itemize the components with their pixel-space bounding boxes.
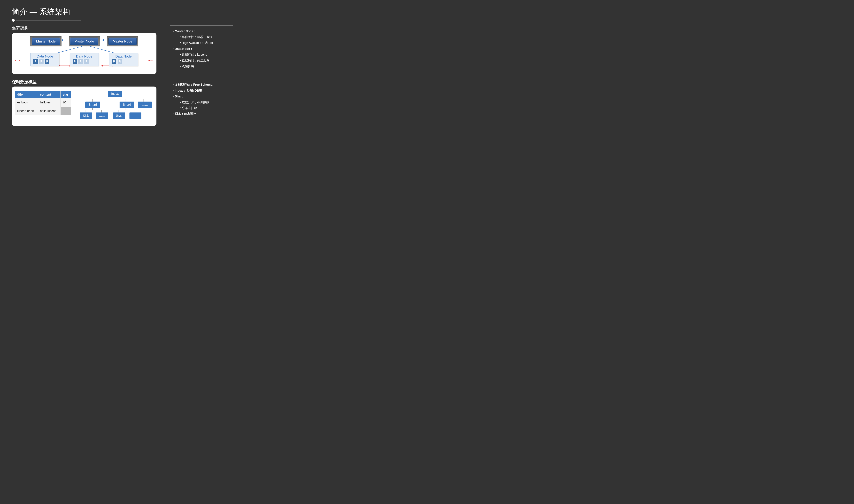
data-node: Data Node P R R — [70, 53, 99, 66]
table-cell-empty — [60, 107, 71, 115]
replica-shard: R — [118, 59, 122, 64]
info-heading: 副本：动态可控 — [173, 111, 230, 117]
replica-shard: R — [39, 59, 43, 64]
section-heading-cluster: 集群架构 — [12, 25, 156, 31]
title-underline — [12, 19, 233, 22]
info-heading: 文档型存储：Free Schema — [173, 82, 230, 88]
master-node: Master Node — [108, 38, 137, 45]
data-node-label: Data Node — [72, 54, 97, 58]
table-cell: hello lucene — [38, 107, 60, 115]
logical-panel: title content star es book hello es 30 l… — [12, 87, 156, 126]
info-box-model: 文档型存储：Free Schema Index： 类RMDB表 Shard： 数… — [170, 79, 233, 120]
index-tree: Index Shard Shard …… 副本 …… 副本 …… — [76, 90, 153, 124]
info-item: 数据存储：Lucene — [180, 52, 230, 57]
tree-ellipsis: …… — [138, 102, 152, 108]
master-node-frame: Master Node — [107, 36, 138, 47]
tree-ellipsis: …… — [129, 112, 141, 119]
tree-shard: Shard — [120, 102, 134, 108]
table-cell: hello es — [38, 98, 60, 107]
info-heading: Data Node： — [173, 46, 230, 52]
info-item: High Available：类Raft — [180, 40, 230, 46]
table-header: title — [15, 91, 38, 98]
primary-shard: P — [45, 59, 49, 64]
info-item: 线性扩展 — [180, 63, 230, 69]
page-title: 简介 — 系统架构 — [12, 7, 233, 17]
master-node: Master Node — [70, 38, 98, 45]
tree-shard: Shard — [85, 102, 100, 108]
cluster-panel: Master Node Master Node Master Node …… D… — [12, 33, 156, 74]
primary-shard: P — [73, 59, 77, 64]
replica-shard: R — [79, 59, 83, 64]
tree-ellipsis: …… — [96, 112, 108, 119]
info-heading: Master Node： — [173, 28, 230, 34]
tree-replica: 副本 — [80, 112, 92, 119]
info-item: 集群管控：机器、数据 — [180, 34, 230, 40]
data-node-label: Data Node — [32, 54, 57, 58]
data-node-label: Data Node — [111, 54, 136, 58]
master-node-frame: Master Node — [69, 36, 100, 47]
replica-shard: R — [84, 59, 89, 64]
master-node-frame: Master Node — [30, 36, 62, 47]
data-table: title content star es book hello es 30 l… — [15, 91, 71, 115]
ellipsis-left: …… — [15, 58, 20, 61]
info-box-nodes: Master Node： 集群管控：机器、数据 High Available：类… — [170, 25, 233, 72]
info-item: 分布式打散 — [180, 105, 230, 111]
title-dot-icon — [12, 19, 15, 22]
table-cell: lucene book — [15, 107, 38, 115]
table-row: es book hello es 30 — [15, 98, 71, 107]
table-header: content — [38, 91, 60, 98]
table-header: star — [60, 91, 71, 98]
info-item: 数据访问：两层汇聚 — [180, 57, 230, 63]
data-node: Data Node P R P — [30, 53, 59, 66]
table-row: lucene book hello lucene — [15, 107, 71, 115]
master-node: Master Node — [32, 38, 60, 45]
info-item: 数据分片，存储数据 — [180, 99, 230, 105]
table-cell: 30 — [60, 98, 71, 107]
primary-shard: P — [112, 59, 116, 64]
tree-root-index: Index — [108, 91, 122, 97]
table-cell: es book — [15, 98, 38, 107]
section-heading-logical: 逻辑数据模型 — [12, 79, 156, 85]
ellipsis-right: …… — [148, 58, 153, 61]
data-node: Data Node P R — [109, 53, 138, 66]
info-heading: Index： 类RMDB表 — [173, 88, 230, 93]
tree-replica: 副本 — [113, 112, 125, 119]
primary-shard: P — [33, 59, 38, 64]
info-heading: Shard： — [173, 93, 230, 99]
